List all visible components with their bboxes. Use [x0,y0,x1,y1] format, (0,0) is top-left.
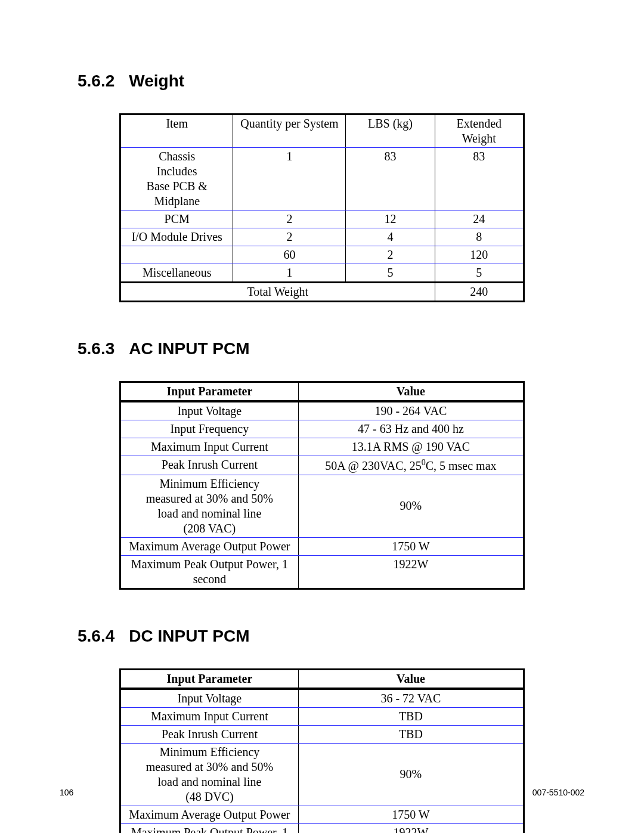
heading-weight: 5.6.2Weight [78,72,584,91]
cell-text: load and nominal line [157,775,261,788]
cell-value: 36 - 72 VAC [298,689,524,708]
cell-text: load and nominal line [157,507,261,520]
cell-text: (208 VAC) [184,522,236,535]
cell-value: 50A @ 230VAC, 250C, 5 msec max [298,456,524,475]
table-row: Maximum Input Current 13.1A RMS @ 190 VA… [120,438,524,456]
col-value: Value [298,382,524,402]
cell-lbs: 83 [346,148,435,210]
cell-qty: 1 [233,264,346,283]
table-total-row: Total Weight 240 [120,283,524,302]
table-header-row: Item Quantity per System LBS (kg) Extend… [120,114,524,148]
table-row: Input Voltage 36 - 72 VAC [120,689,524,708]
heading-ac: 5.6.3AC INPUT PCM [78,339,584,358]
cell-item: I/O Module Drives [120,228,233,246]
heading-number: 5.6.2 [78,72,114,91]
cell-text: Minimum Efficiency [159,745,259,758]
ac-table: Input Parameter Value Input Voltage 190 … [119,381,525,590]
table-row: Maximum Input Current TBD [120,707,524,725]
dc-table: Input Parameter Value Input Voltage 36 -… [119,668,525,833]
table-row: Peak Inrush Current TBD [120,725,524,743]
table-row: Maximum Peak Output Power, 1 second 1922… [120,555,524,589]
cell-text: Minimum Efficiency [159,477,259,490]
table-row: Minimum Efficiency measured at 30% and 5… [120,475,524,537]
table-row: I/O Module Drives 2 4 8 [120,228,524,246]
table-row: Maximum Average Output Power 1750 W [120,537,524,555]
table-row: PCM 2 12 24 [120,210,524,228]
cell-param: Peak Inrush Current [120,456,299,475]
table-row: Input Voltage 190 - 264 VAC [120,401,524,420]
degree-superscript: 0 [422,458,426,467]
cell-qty: 1 [233,148,346,210]
cell-value: TBD [298,725,524,743]
cell-param: Maximum Input Current [120,707,299,725]
cell-ext: 120 [435,246,524,264]
weight-table: Item Quantity per System LBS (kg) Extend… [119,113,525,302]
cell-param: Input Frequency [120,420,299,438]
cell-ext: 83 [435,148,524,210]
cell-item: Miscellaneous [120,264,233,283]
cell-item: PCM [120,210,233,228]
section-ac: 5.6.3AC INPUT PCM Input Parameter Value … [60,339,584,590]
cell-lbs: 4 [346,228,435,246]
cell-value: 190 - 264 VAC [298,401,524,420]
heading-number: 5.6.3 [78,339,114,358]
cell-param: Input Voltage [120,689,299,708]
table-row: Miscellaneous 1 5 5 [120,264,524,283]
cell-value: 47 - 63 Hz and 400 hz [298,420,524,438]
cell-ext: 8 [435,228,524,246]
cell-value: 1922W [298,555,524,589]
table-row: 60 2 120 [120,246,524,264]
cell-param: Maximum Peak Output Power, 1 second [120,823,299,833]
cell-qty: 60 [233,246,346,264]
table-row: Maximum Average Output Power 1750 W [120,806,524,823]
table-row: Peak Inrush Current 50A @ 230VAC, 250C, … [120,456,524,475]
total-value: 240 [435,283,524,302]
col-ext: Extended Weight [435,114,524,148]
cell-value: 90% [298,475,524,537]
cell-item: Chassis Includes Base PCB & Midplane [120,148,233,210]
heading-dc: 5.6.4DC INPUT PCM [78,627,584,646]
table-row: Input Frequency 47 - 63 Hz and 400 hz [120,420,524,438]
cell-ext: 5 [435,264,524,283]
cell-value: 13.1A RMS @ 190 VAC [298,438,524,456]
cell-text: Base PCB & Midplane [147,179,208,208]
col-item: Item [120,114,233,148]
col-param: Input Parameter [120,382,299,402]
total-label: Total Weight [120,283,435,302]
col-value: Value [298,669,524,689]
cell-lbs: 5 [346,264,435,283]
cell-value: TBD [298,707,524,725]
cell-param: Minimum Efficiency measured at 30% and 5… [120,475,299,537]
cell-param: Input Voltage [120,401,299,420]
col-qty: Quantity per System [233,114,346,148]
heading-title: Weight [129,72,184,90]
section-weight: 5.6.2Weight Item Quantity per System LBS… [60,72,584,302]
cell-text: Includes [157,165,197,178]
cell-value: 1922W [298,823,524,833]
cell-value: 1750 W [298,806,524,823]
section-dc: 5.6.4DC INPUT PCM Input Parameter Value … [60,627,584,833]
cell-param: Peak Inrush Current [120,725,299,743]
col-lbs: LBS (kg) [346,114,435,148]
heading-number: 5.6.4 [78,627,114,646]
heading-title: DC INPUT PCM [129,627,249,645]
table-row: Maximum Peak Output Power, 1 second 1922… [120,823,524,833]
heading-title: AC INPUT PCM [129,339,249,358]
cell-text: measured at 30% and 50% [146,492,273,505]
page-footer: 106 007-5510-002 [60,788,584,797]
cell-text: 50A @ 230VAC, 25 [325,459,421,472]
cell-value: 1750 W [298,537,524,555]
cell-param: Maximum Input Current [120,438,299,456]
cell-qty: 2 [233,210,346,228]
table-header-row: Input Parameter Value [120,382,524,402]
table-row: Chassis Includes Base PCB & Midplane 1 8… [120,148,524,210]
cell-param: Maximum Average Output Power [120,806,299,823]
cell-lbs: 2 [346,246,435,264]
cell-lbs: 12 [346,210,435,228]
cell-text: Chassis [159,150,195,163]
page-number: 106 [60,788,73,797]
cell-qty: 2 [233,228,346,246]
cell-text: measured at 30% and 50% [146,760,273,773]
table-header-row: Input Parameter Value [120,669,524,689]
cell-item [120,246,233,264]
